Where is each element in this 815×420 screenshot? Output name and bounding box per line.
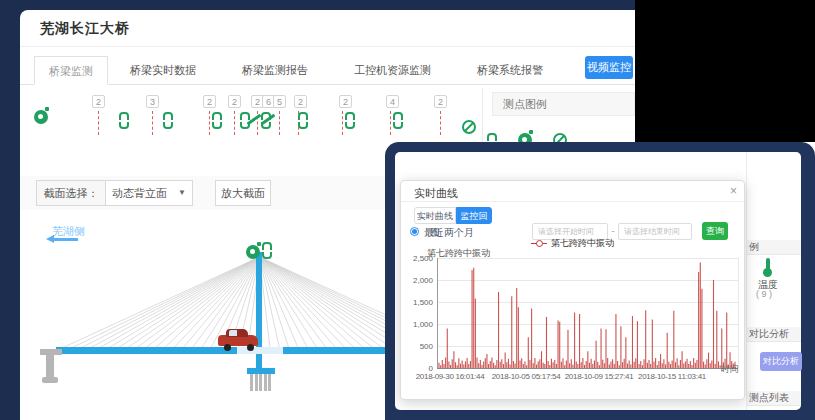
x-axis-name: 时间 bbox=[721, 363, 739, 376]
thermometer-bulb bbox=[763, 268, 772, 277]
pier-pile bbox=[255, 374, 258, 391]
pier-pile bbox=[268, 374, 271, 391]
car-wheel-front bbox=[247, 344, 254, 351]
legend-text: 第七跨跨中振动 bbox=[551, 238, 614, 248]
main-tab-0[interactable]: 桥梁监测 bbox=[34, 56, 108, 85]
tab-realtime-curve[interactable]: 实时曲线图 bbox=[414, 207, 456, 224]
x-tick-label: 2018-10-05 05:17:54 bbox=[492, 372, 561, 381]
vibration-chart bbox=[438, 258, 737, 368]
radio-dot bbox=[412, 229, 417, 234]
x-tick-label: 2018-09-30 16:01:44 bbox=[416, 372, 485, 381]
y-tick-label: 1,500 bbox=[405, 298, 433, 307]
pier-pile bbox=[264, 374, 267, 391]
abutment-base bbox=[42, 377, 58, 383]
pier-pile bbox=[250, 374, 253, 391]
point-list-header: 测点列表 bbox=[747, 391, 801, 406]
black-overlay-block bbox=[635, 0, 815, 142]
compare-section-header: 对比分析 bbox=[747, 327, 801, 342]
pier-pile bbox=[259, 374, 262, 391]
right-axis-line bbox=[738, 258, 739, 368]
secondary-legend-header: 例 bbox=[747, 240, 801, 255]
bridge-deck-segment bbox=[237, 347, 283, 354]
tower-chain-icon bbox=[262, 242, 272, 259]
modal-title: 实时曲线 bbox=[414, 186, 458, 201]
car-wheel-rear bbox=[224, 344, 231, 351]
car-window bbox=[229, 330, 237, 336]
close-icon[interactable]: × bbox=[730, 184, 737, 198]
x-tick-label: 2018-10-15 11:03:41 bbox=[638, 372, 706, 381]
y-tick-label: 2,000 bbox=[405, 276, 433, 285]
secondary-right-divider bbox=[746, 152, 747, 410]
compare-analysis-button[interactable]: 对比分析 bbox=[760, 352, 802, 371]
y-tick-label: 500 bbox=[405, 342, 433, 351]
bridge-deck-left bbox=[56, 347, 237, 354]
y-tick-label: 1,000 bbox=[405, 320, 433, 329]
y-tick-label: 2,500 bbox=[405, 254, 433, 263]
temperature-count: ( 9 ) bbox=[756, 289, 772, 299]
page-background: 芜湖长江大桥 桥梁监测桥梁实时数据桥梁监测报告工控机资源监测桥梁系统报警 视频监… bbox=[0, 0, 815, 420]
legend-marker-icon bbox=[531, 243, 547, 244]
modal-header-divider bbox=[401, 201, 744, 202]
x-axis-line bbox=[437, 368, 738, 369]
tab-monitor-playback[interactable]: 监控回放 bbox=[456, 207, 492, 224]
abutment-stem bbox=[46, 355, 54, 377]
x-tick-label: 2018-10-09 15:27:41 bbox=[565, 372, 634, 381]
tower-gauge-icon bbox=[246, 245, 260, 259]
